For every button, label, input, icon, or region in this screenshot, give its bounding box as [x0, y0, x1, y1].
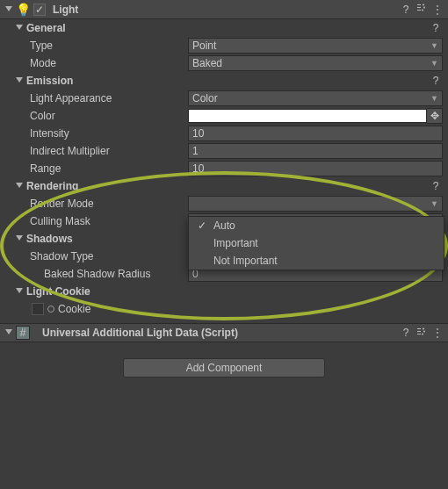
script-icon: #: [16, 326, 30, 340]
shadow-type-label: Shadow Type: [30, 250, 188, 262]
preset-icon[interactable]: [416, 3, 427, 16]
foldout-arrow-icon: [16, 183, 23, 190]
svg-rect-15: [417, 334, 421, 334]
mode-label: Mode: [30, 57, 188, 69]
chevron-down-icon: ▼: [430, 94, 438, 103]
svg-rect-14: [417, 331, 421, 332]
rendering-section-header[interactable]: Rendering ?: [0, 177, 448, 195]
svg-rect-3: [417, 10, 421, 11]
chevron-down-icon: ▼: [430, 199, 438, 208]
foldout-arrow-icon: [16, 25, 23, 32]
svg-marker-8: [16, 77, 23, 83]
svg-rect-13: [417, 328, 421, 329]
color-label: Color: [30, 110, 188, 122]
light-icon: 💡: [16, 3, 30, 17]
intensity-row: Intensity: [0, 125, 448, 142]
section-label: Emission: [26, 75, 427, 87]
popup-item-not-important[interactable]: Not Important: [189, 252, 444, 270]
general-section-header[interactable]: General ?: [0, 19, 448, 37]
mode-row: Mode Baked▼: [0, 54, 448, 72]
section-label: Light Cookie: [26, 285, 448, 298]
help-icon[interactable]: ?: [430, 180, 441, 192]
emission-section-header[interactable]: Emission ?: [0, 72, 448, 90]
range-row: Range: [0, 160, 448, 177]
culling-mask-label: Culling Mask: [30, 215, 188, 227]
section-label: Rendering: [26, 180, 427, 192]
cookie-row: Cookie: [0, 300, 448, 318]
svg-marker-9: [16, 183, 23, 188]
preset-icon[interactable]: [416, 327, 427, 340]
svg-point-16: [423, 327, 424, 329]
light-cookie-section-header[interactable]: Light Cookie: [0, 283, 448, 300]
intensity-input[interactable]: [188, 126, 443, 141]
type-row: Type Point▼: [0, 37, 448, 54]
chevron-down-icon: ▼: [430, 41, 438, 50]
check-icon: ✓: [198, 219, 206, 232]
check-icon: ✓: [35, 4, 44, 16]
menu-icon[interactable]: ⋮: [432, 327, 443, 339]
svg-marker-11: [16, 288, 23, 293]
component-enable-checkbox[interactable]: ✓: [33, 4, 46, 16]
svg-marker-10: [16, 235, 23, 241]
popup-item-auto[interactable]: ✓Auto: [189, 217, 444, 234]
foldout-arrow-icon[interactable]: [5, 6, 12, 13]
add-component-button[interactable]: Add Component: [123, 358, 325, 378]
indirect-row: Indirect Multiplier: [0, 142, 448, 160]
svg-rect-1: [417, 4, 421, 5]
type-label: Type: [30, 40, 188, 52]
ual-component-header[interactable]: # Universal Additional Light Data (Scrip…: [0, 323, 448, 342]
appearance-dropdown[interactable]: Color▼: [188, 90, 443, 106]
svg-marker-12: [5, 329, 12, 334]
svg-point-18: [422, 333, 423, 334]
help-icon[interactable]: ?: [430, 22, 441, 34]
intensity-label: Intensity: [30, 127, 188, 140]
render-mode-row: Render Mode ▼: [0, 195, 448, 212]
svg-point-4: [423, 4, 424, 6]
color-swatch[interactable]: [188, 109, 427, 123]
cookie-label: Cookie: [58, 303, 90, 315]
svg-point-6: [422, 10, 423, 11]
svg-point-17: [423, 330, 425, 332]
foldout-arrow-icon[interactable]: [5, 329, 12, 336]
foldout-arrow-icon: [16, 288, 23, 295]
component-title: Light: [53, 4, 397, 16]
indirect-input[interactable]: [188, 143, 443, 159]
appearance-label: Light Appearance: [30, 92, 188, 104]
help-icon[interactable]: ?: [401, 4, 411, 16]
baked-shadow-radius-label: Baked Shadow Radius: [44, 268, 188, 280]
menu-icon[interactable]: ⋮: [432, 4, 443, 16]
help-icon[interactable]: ?: [401, 327, 411, 339]
mode-dropdown[interactable]: Baked▼: [188, 55, 443, 71]
render-mode-label: Render Mode: [30, 198, 188, 210]
render-mode-dropdown[interactable]: ▼: [188, 196, 443, 212]
svg-point-5: [423, 7, 425, 9]
color-row: Color ✥: [0, 107, 448, 125]
foldout-arrow-icon: [16, 77, 23, 84]
appearance-row: Light Appearance Color▼: [0, 90, 448, 107]
section-label: General: [26, 22, 427, 34]
type-dropdown[interactable]: Point▼: [188, 38, 443, 54]
object-picker-icon[interactable]: [47, 306, 54, 313]
component-title: Universal Additional Light Data (Script): [42, 327, 397, 339]
light-component-header[interactable]: 💡 ✓ Light ? ⋮: [0, 0, 448, 19]
render-mode-popup: ✓Auto Important Not Important: [188, 216, 444, 270]
svg-marker-0: [5, 6, 12, 11]
range-input[interactable]: [188, 161, 443, 176]
help-icon[interactable]: ?: [430, 75, 441, 87]
svg-marker-7: [16, 25, 23, 30]
svg-rect-2: [417, 7, 421, 8]
cookie-texture-slot[interactable]: [32, 303, 44, 315]
foldout-arrow-icon: [16, 235, 23, 242]
color-picker-icon[interactable]: ✥: [427, 108, 443, 124]
popup-item-important[interactable]: Important: [189, 234, 444, 252]
indirect-label: Indirect Multiplier: [30, 145, 188, 157]
range-label: Range: [30, 162, 188, 175]
chevron-down-icon: ▼: [430, 59, 438, 68]
